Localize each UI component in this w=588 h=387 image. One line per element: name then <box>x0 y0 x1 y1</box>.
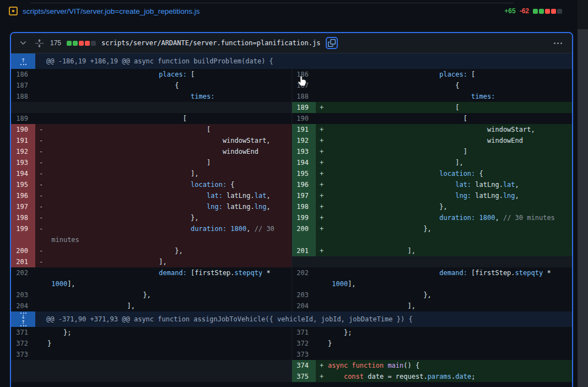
line-number-l-193[interactable]: 193 <box>11 157 35 168</box>
line-number-r-371[interactable]: 371 <box>292 327 316 338</box>
minus-marker: - <box>39 190 43 201</box>
line-number-r-186[interactable]: 186 <box>292 69 316 80</box>
minus-marker: - <box>39 256 43 267</box>
code-line: [ <box>35 113 292 124</box>
empty-gutter <box>292 256 316 267</box>
line-number-r-374[interactable]: 374 <box>292 360 316 371</box>
line-number-l-371[interactable]: 371 <box>11 327 35 338</box>
line-number-l-196[interactable]: 196 <box>11 190 35 201</box>
line-number-l-202[interactable]: 202 <box>11 267 35 289</box>
minus-marker: - <box>39 168 43 179</box>
line-number-l-203[interactable]: 203 <box>11 289 35 300</box>
line-number-l-195[interactable]: 195 <box>11 179 35 190</box>
changes-count: 175 <box>50 39 61 47</box>
drag-handle[interactable] <box>34 38 45 49</box>
hunk-header-text: @@ -371,90 +371,93 @@ async function ass… <box>35 311 572 327</box>
line-number-l-372[interactable]: 372 <box>11 338 35 349</box>
line-number-r-194[interactable]: 194 <box>292 157 316 168</box>
line-number-r-195[interactable]: 195 <box>292 168 316 179</box>
collapsed-file-row[interactable]: scripts/server/VIT/server.job=create_job… <box>9 7 200 15</box>
code-line: } <box>316 338 572 349</box>
plus-marker: + <box>320 223 323 234</box>
line-number-l-198[interactable]: 198 <box>11 212 35 223</box>
line-number-r-372[interactable]: 372 <box>292 338 316 349</box>
plus-marker: + <box>320 201 323 212</box>
line-number-l-187[interactable]: 187 <box>11 80 35 91</box>
line-number-r-188[interactable]: 188 <box>292 91 316 102</box>
line-number-l-190[interactable]: 190 <box>11 124 35 135</box>
scrollbar[interactable] <box>578 0 588 387</box>
code-line: + }, <box>316 223 572 245</box>
line-number-r-191[interactable]: 191 <box>292 124 316 135</box>
minus-marker: - <box>39 223 43 234</box>
hunk-1: ↑@@ -186,19 +186,19 @@ async function bu… <box>11 53 572 311</box>
line-number-r-202[interactable]: 202 <box>292 267 316 289</box>
line-number-l-186[interactable]: 186 <box>11 69 35 80</box>
line-number-r-199[interactable]: 199 <box>292 212 316 223</box>
line-number-r-200[interactable]: 200 <box>292 223 316 245</box>
code-line: + duration: 1800, // 30 minutes <box>316 212 572 223</box>
code-line: + lng: latLng.lng, <box>316 190 572 201</box>
code-line: - ] <box>35 157 292 168</box>
collapse-file-button[interactable] <box>18 37 29 49</box>
code-line: ], <box>35 300 292 311</box>
copy-icon <box>328 39 336 47</box>
diffstat-block-del <box>79 41 84 46</box>
line-number-l-200[interactable]: 200 <box>11 245 35 256</box>
scrollbar-thumb[interactable] <box>578 29 588 387</box>
line-number-l-194[interactable]: 194 <box>11 168 35 179</box>
line-number-r-197[interactable]: 197 <box>292 190 316 201</box>
line-number-l-192[interactable]: 192 <box>11 146 35 157</box>
line-number-r-201[interactable]: 201 <box>292 245 316 256</box>
code-line: + }, <box>316 201 572 212</box>
line-number-r-203[interactable]: 203 <box>292 289 316 300</box>
line-number-l-189[interactable]: 189 <box>11 113 35 124</box>
plus-marker: + <box>320 135 323 146</box>
line-number-r-375[interactable]: 375 <box>292 371 316 382</box>
empty-gutter <box>11 360 35 371</box>
line-number-r-204[interactable]: 204 <box>292 300 316 311</box>
line-number-l-201[interactable]: 201 <box>11 256 35 267</box>
line-number-l-204[interactable]: 204 <box>11 300 35 311</box>
code-line: places: [ <box>316 69 572 80</box>
empty-code-cell <box>35 102 292 113</box>
code-line: - duration: 1800, // 30 minutes <box>35 223 292 245</box>
expand-hunk-button[interactable]: ↑ <box>11 53 35 69</box>
line-number-l-373[interactable]: 373 <box>11 349 35 360</box>
diffstat-added: +65 <box>504 7 515 15</box>
code-line: } <box>35 338 292 349</box>
file-header: 175 scripts/server/ARDANTE/server.functi… <box>11 33 572 53</box>
line-number-r-373[interactable]: 373 <box>292 349 316 360</box>
line-number-l-199[interactable]: 199 <box>11 223 35 245</box>
line-number-r-196[interactable]: 196 <box>292 179 316 190</box>
line-number-r-187[interactable]: 187 <box>292 80 316 91</box>
line-number-r-190[interactable]: 190 <box>292 113 316 124</box>
code-line <box>35 349 292 360</box>
kebab-icon <box>554 42 555 44</box>
line-number-l-197[interactable]: 197 <box>11 201 35 212</box>
line-number-l-188[interactable]: 188 <box>11 91 35 102</box>
code-line: { <box>316 80 572 91</box>
minus-marker: - <box>39 124 43 135</box>
line-number-r-189[interactable]: 189 <box>292 102 316 113</box>
diffstat-block-neutral <box>557 9 562 14</box>
file-menu-button[interactable] <box>552 40 564 46</box>
kebab-icon <box>557 42 559 44</box>
code-line: + [ <box>316 102 572 113</box>
file-card: 175 scripts/server/ARDANTE/server.functi… <box>10 32 573 387</box>
code-line: times: <box>35 91 292 102</box>
copy-path-button[interactable] <box>326 37 338 49</box>
line-number-r-198[interactable]: 198 <box>292 201 316 212</box>
diffstat: +65 -62 <box>504 7 562 15</box>
code-line: ], <box>316 300 572 311</box>
line-number-r-193[interactable]: 193 <box>292 146 316 157</box>
minus-marker: - <box>39 146 43 157</box>
dash-line <box>20 64 26 65</box>
expand-hunk-button[interactable]: ↓↑ <box>11 311 35 327</box>
line-number-l-191[interactable]: 191 <box>11 135 35 146</box>
line-number-r-192[interactable]: 192 <box>292 135 316 146</box>
code-line: }; <box>35 327 292 338</box>
dash-line <box>20 325 26 326</box>
file-link[interactable]: scripts/server/VIT/server.job=create_job… <box>23 7 200 15</box>
diffstat-block-add <box>533 9 538 14</box>
